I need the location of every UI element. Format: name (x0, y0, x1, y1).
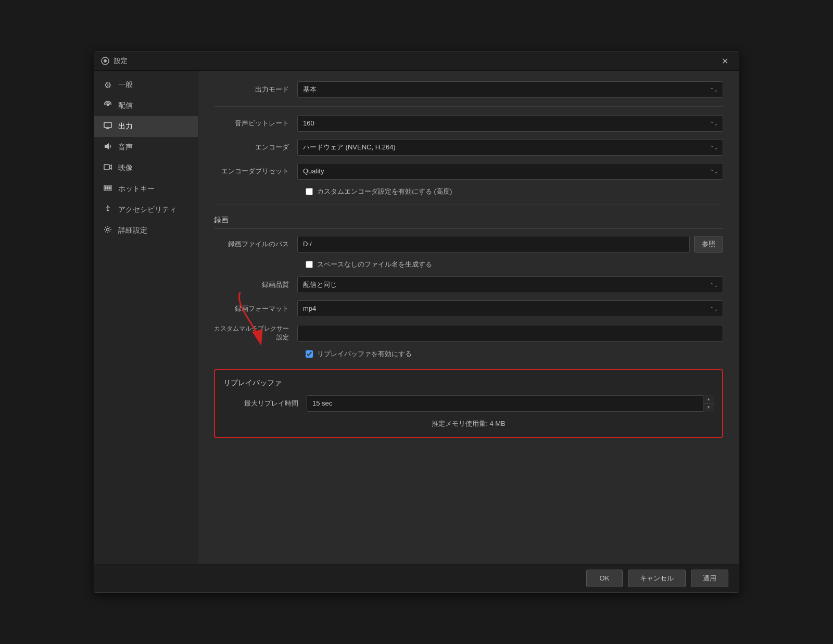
audio-bitrate-select[interactable]: 160 (297, 115, 723, 132)
max-replay-label: 最大リプレイ時間 (223, 399, 307, 408)
close-button[interactable]: ✕ (717, 54, 733, 68)
encoder-select[interactable]: ハードウェア (NVENC, H.264) (297, 139, 723, 156)
encoder-label: エンコーダ (214, 143, 297, 152)
no-space-checkbox[interactable] (306, 261, 313, 268)
spinbox-arrows: ▲ ▼ (703, 395, 714, 412)
enable-replay-row: リプレイバッファを有効にする (214, 349, 723, 359)
custom-muxer-control (297, 325, 723, 342)
titlebar: 設定 ✕ (94, 52, 739, 71)
svg-point-1 (104, 59, 107, 62)
svg-point-16 (107, 205, 109, 207)
recording-quality-select[interactable]: 配信と同じ (297, 276, 723, 293)
custom-muxer-row: カスタムマルチプレクサー設定 (214, 324, 723, 342)
memory-usage-text: 推定メモリ使用量: 4 MB (223, 419, 714, 428)
sidebar-item-general[interactable]: ⚙ 一般 (94, 75, 198, 95)
enable-replay-label: リプレイバッファを有効にする (317, 349, 412, 359)
sidebar: ⚙ 一般 配信 (94, 71, 198, 564)
recording-quality-row: 録画品質 配信と同じ (214, 276, 723, 293)
sidebar-item-hotkeys[interactable]: ホットキー (94, 179, 198, 199)
sidebar-label-audio: 音声 (118, 143, 133, 152)
svg-point-2 (107, 103, 109, 106)
max-replay-row: 最大リプレイ時間 ▲ ▼ (223, 395, 714, 412)
encoder-select-wrapper: ハードウェア (NVENC, H.264) (297, 139, 723, 156)
no-space-row: スペースなしのファイル名を生成する (214, 260, 723, 269)
cancel-button[interactable]: キャンセル (628, 570, 686, 587)
ok-button[interactable]: OK (586, 570, 623, 587)
svg-rect-15 (109, 188, 110, 189)
advanced-icon (103, 225, 113, 236)
encoder-preset-row: エンコーダプリセット Quality (214, 163, 723, 180)
sidebar-label-stream: 配信 (118, 101, 133, 110)
recording-format-row: 録画フォーマット mp4 (214, 300, 723, 317)
sidebar-item-stream[interactable]: 配信 (94, 95, 198, 116)
app-icon (100, 56, 110, 66)
main-content: 出力モード 基本 音声ビットレート 160 エンコーダ (198, 71, 739, 564)
audio-bitrate-select-wrapper: 160 (297, 115, 723, 132)
encoder-row: エンコーダ ハードウェア (NVENC, H.264) (214, 139, 723, 156)
recording-path-control: 参照 (297, 236, 723, 252)
output-mode-label: 出力モード (214, 85, 297, 94)
encoder-preset-label: エンコーダプリセット (214, 167, 297, 176)
divider-1 (214, 106, 723, 107)
encoder-preset-select[interactable]: Quality (297, 163, 723, 180)
svg-rect-10 (105, 186, 106, 187)
sidebar-item-audio[interactable]: 音声 (94, 137, 198, 158)
svg-rect-12 (109, 186, 110, 187)
sidebar-label-video: 映像 (118, 163, 133, 173)
spinbox-up-button[interactable]: ▲ (703, 395, 714, 404)
recording-format-select[interactable]: mp4 (297, 300, 723, 317)
replay-buffer-title: リプレイバッファ (223, 378, 714, 388)
sidebar-item-video[interactable]: 映像 (94, 158, 198, 179)
recording-path-row: 録画ファイルのパス 参照 (214, 236, 723, 252)
footer: OK キャンセル 適用 (94, 564, 739, 592)
svg-rect-11 (107, 186, 108, 187)
apply-button[interactable]: 適用 (691, 570, 728, 587)
output-mode-select[interactable]: 基本 (297, 81, 723, 98)
audio-bitrate-label: 音声ビットレート (214, 119, 297, 128)
accessibility-icon (103, 205, 113, 215)
recording-format-label: 録画フォーマット (214, 304, 297, 313)
custom-muxer-input[interactable] (297, 325, 723, 342)
svg-rect-3 (104, 122, 111, 128)
recording-path-input[interactable] (297, 236, 690, 252)
sidebar-item-accessibility[interactable]: アクセシビリティ (94, 199, 198, 220)
stream-icon (103, 100, 113, 111)
sidebar-label-advanced: 詳細設定 (118, 226, 147, 235)
browse-button[interactable]: 参照 (694, 236, 723, 252)
settings-window: 設定 ✕ ⚙ 一般 配信 (94, 52, 739, 593)
sidebar-label-output: 出力 (118, 122, 133, 131)
recording-format-select-wrapper: mp4 (297, 300, 723, 317)
max-replay-spinbox-wrapper: ▲ ▼ (307, 395, 714, 412)
hotkeys-icon (103, 184, 113, 194)
recording-section-header: 録画 (214, 216, 723, 229)
svg-point-17 (107, 228, 109, 231)
custom-muxer-label: カスタムマルチプレクサー設定 (214, 324, 297, 342)
svg-rect-14 (107, 188, 108, 189)
output-mode-row: 出力モード 基本 (214, 81, 723, 98)
enable-replay-checkbox[interactable] (306, 350, 313, 358)
max-replay-input[interactable] (307, 395, 714, 412)
divider-2 (214, 205, 723, 205)
gear-icon: ⚙ (103, 80, 113, 90)
sidebar-item-advanced[interactable]: 詳細設定 (94, 220, 198, 241)
replay-buffer-section: リプレイバッファ 最大リプレイ時間 ▲ ▼ 推定メモリ使用量: 4 MB (214, 369, 723, 438)
sidebar-label-general: 一般 (118, 80, 133, 90)
window-title: 設定 (114, 56, 128, 66)
encoder-preset-select-wrapper: Quality (297, 163, 723, 180)
sidebar-item-output[interactable]: 出力 (94, 116, 198, 137)
svg-rect-7 (104, 165, 109, 170)
output-mode-select-wrapper: 基本 (297, 81, 723, 98)
replay-enable-container: リプレイバッファを有効にする (214, 349, 723, 359)
content-area: ⚙ 一般 配信 (94, 71, 739, 564)
custom-encoder-label: カスタムエンコーダ設定を有効にする (高度) (317, 187, 452, 196)
recording-path-label: 録画ファイルのパス (214, 239, 297, 249)
red-arrow-annotation (224, 287, 287, 355)
video-icon (103, 163, 113, 173)
output-icon (103, 121, 113, 132)
sidebar-label-hotkeys: ホットキー (118, 184, 155, 194)
recording-quality-select-wrapper: 配信と同じ (297, 276, 723, 293)
titlebar-left: 設定 (100, 56, 128, 66)
spinbox-down-button[interactable]: ▼ (703, 403, 714, 412)
custom-encoder-checkbox[interactable] (306, 188, 313, 195)
audio-bitrate-row: 音声ビットレート 160 (214, 115, 723, 132)
